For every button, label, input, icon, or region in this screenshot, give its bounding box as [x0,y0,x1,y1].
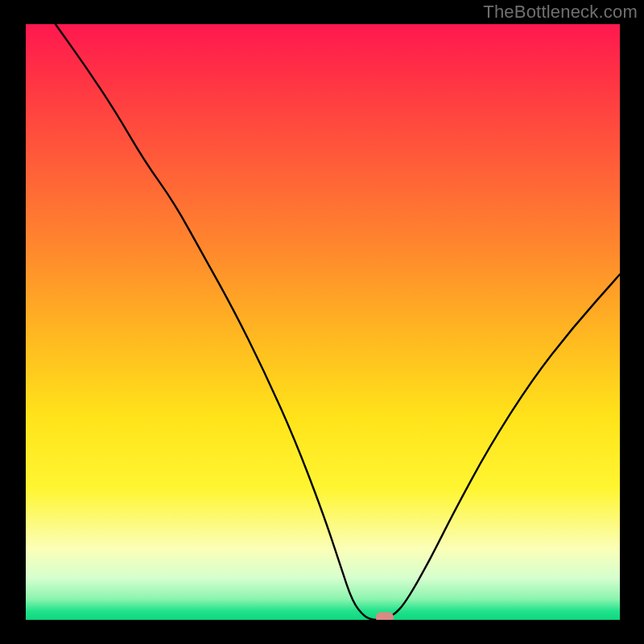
watermark-text: TheBottleneck.com [483,2,638,23]
plot-area [26,24,620,620]
optimal-marker [376,613,394,621]
bottleneck-curve [26,24,620,620]
chart-frame: TheBottleneck.com [0,0,644,644]
